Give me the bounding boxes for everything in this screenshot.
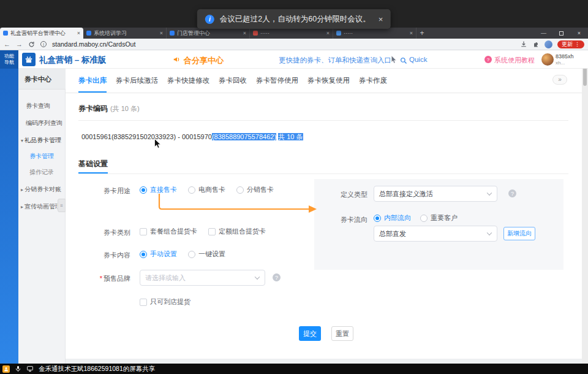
tab-card-recycle[interactable]: 券卡回收 [219,69,247,93]
radio-one-click-setting[interactable]: 一键设置 [188,250,225,259]
caret-right-icon: ▸ [21,187,23,193]
scrollbar-track[interactable] [582,50,588,364]
checkbox-package-combo-card[interactable]: 套餐组合提货卡 [140,227,197,236]
sidebar-item-card-query[interactable]: 券卡查询 [26,101,50,112]
definition-panel: 定义类型 总部直接定义激活 ? 券卡流向 内部流向 重要客户 总部直发 [314,179,564,270]
screen: i 会议已超过2人，自动转为60分钟限时会议。 × 礼盒营销平台管理中心 × 系… [0,0,588,374]
select-value: 总部直接定义激活 [379,189,433,199]
chevron-down-icon [487,191,492,196]
checkbox-icon [140,299,147,306]
tab-card-later-activate[interactable]: 券卡后续激活 [116,69,158,93]
sidebar-item-operation-log[interactable]: 操作记录 [29,167,54,178]
tab-title: 门店管理中心 [177,29,241,37]
window-maximize-button[interactable] [552,28,570,39]
toast-close-icon[interactable]: × [379,15,383,24]
browser-tab-5[interactable]: ····· × [333,28,417,39]
select-value: 总部直发 [379,229,406,239]
meeting-toast: i 会议已超过2人，自动转为60分钟限时会议。 × [197,9,391,29]
tab-close-icon[interactable]: × [160,30,163,36]
quick-search-link[interactable]: Quick [409,56,427,63]
promo-link[interactable]: 更快捷的券卡、订单和快递查询入口 [279,56,391,65]
brand-select[interactable]: 请选择或输入 [140,270,265,286]
help-icon[interactable]: ? [508,189,516,197]
code-section-label: 券卡编码 [78,104,108,113]
address-bar[interactable]: standard.maboy.cn/CardsOut [52,40,135,48]
forward-icon[interactable]: → [16,41,23,48]
sidebar-collapse-handle[interactable]: ≡ [58,199,66,212]
flow-label: 券卡流向 [338,215,368,224]
tab-card-restore[interactable]: 券卡恢复使用 [307,69,350,93]
tab-card-issue[interactable]: 券卡出库 [78,69,107,93]
divider [78,120,568,121]
sidebar-group-promo-animation[interactable]: ▸宣传动画管理 [21,201,61,212]
toast-message: 会议已超过2人，自动转为60分钟限时会议。 [220,14,371,25]
tab-card-void[interactable]: 券卡作废 [359,69,387,93]
favicon [170,31,175,36]
browser-profile-avatar[interactable] [545,40,552,48]
window-close-button[interactable]: × [570,28,588,39]
screen-share-icon[interactable] [26,365,34,372]
gift-icon [24,55,33,64]
radio-icon [188,251,195,258]
refresh-icon[interactable] [28,41,35,48]
download-icon[interactable] [520,40,527,48]
help-icon[interactable]: ? [273,273,281,281]
back-icon[interactable]: ← [4,41,10,48]
checkbox-store-pickup-only[interactable]: 只可到店提货 [140,297,190,307]
site-info-icon[interactable]: i [40,41,47,47]
page-background-strip [66,359,582,364]
update-button[interactable]: 更新 ⋮ [557,40,584,48]
radio-icon [374,215,381,222]
tab-card-quick-modify[interactable]: 券卡快捷修改 [167,69,209,93]
tab-close-icon[interactable]: × [77,30,80,36]
radio-important-customer[interactable]: 重要客户 [420,213,458,223]
pickup-row: 只可到店提货 [140,297,190,307]
category-label: 券卡类别 [66,228,130,237]
extensions-puzzle-icon[interactable] [532,40,540,48]
window-minimize-button[interactable]: — [535,28,552,39]
tab-card-suspend[interactable]: 券卡暂停使用 [256,69,298,93]
code-selected: (8385889075578462) [212,133,276,140]
browser-tab-1[interactable]: 礼盒营销平台管理中心 × [0,28,83,39]
checkbox-fixed-amount-combo-card[interactable]: 定额组合提货卡 [208,227,266,236]
checkbox-icon [140,228,147,235]
tab-close-icon[interactable]: × [410,30,413,36]
new-tab-button[interactable]: + [417,28,428,39]
screen-share-bar: 金禾通技术王斌18662591081的屏幕共享 [0,364,588,374]
chevron-down-icon [255,275,260,280]
browser-tab-3[interactable]: 门店管理中心 × [167,28,250,39]
left-nav-strip: 功能 导航 [0,50,18,364]
tab-close-icon[interactable]: × [243,30,246,36]
radio-manual-setting[interactable]: 手动设置 [140,250,177,259]
share-center-link[interactable]: 合分享中心 [184,55,224,66]
define-type-select[interactable]: 总部直接定义激活 [374,186,497,202]
megaphone-icon [173,55,181,66]
collapse-chevrons-icon[interactable]: » [552,75,567,85]
radio-internal-flow[interactable]: 内部流向 [374,213,411,223]
add-flow-button[interactable]: 新增流向 [503,227,535,240]
user-avatar[interactable] [541,53,554,66]
tab-close-icon[interactable]: × [326,30,330,36]
microphone-icon[interactable] [15,365,21,372]
content-options: 手动设置 一键设置 [140,250,225,259]
username: 8385xh [556,53,574,59]
sidebar-item-code-sequence-query[interactable]: 编码序列查询 [26,118,62,129]
nav-label-1: 功能 [0,53,18,59]
search-icon[interactable] [400,56,407,67]
browser-tab-2[interactable]: 系统培训学习 × [83,28,167,39]
sidebar-item-card-management[interactable]: 券卡管理 [29,151,54,162]
sidebar-group-gift-card-management[interactable]: ▾礼品券卡管理 [21,135,61,146]
reset-button[interactable]: 重置 [331,326,353,341]
category-options: 套餐组合提货卡 定额组合提货卡 [140,227,266,236]
tutorial-link[interactable]: 系统使用教程 [494,56,535,65]
favicon [336,31,341,36]
caret-right-icon: ▸ [21,204,23,210]
pointer-icon [391,55,397,66]
browser-tab-4[interactable]: ····· × [250,28,333,39]
sidebar-group-distribution-reconciliation[interactable]: ▸分销券卡对账 [21,184,61,195]
submit-button[interactable]: 提交 [299,326,321,341]
favicon [253,31,258,36]
sidebar-group-label: 分销券卡对账 [24,186,61,193]
flow-select[interactable]: 总部直发 [374,226,497,242]
nav-toggle[interactable]: 功能 导航 [0,50,18,69]
